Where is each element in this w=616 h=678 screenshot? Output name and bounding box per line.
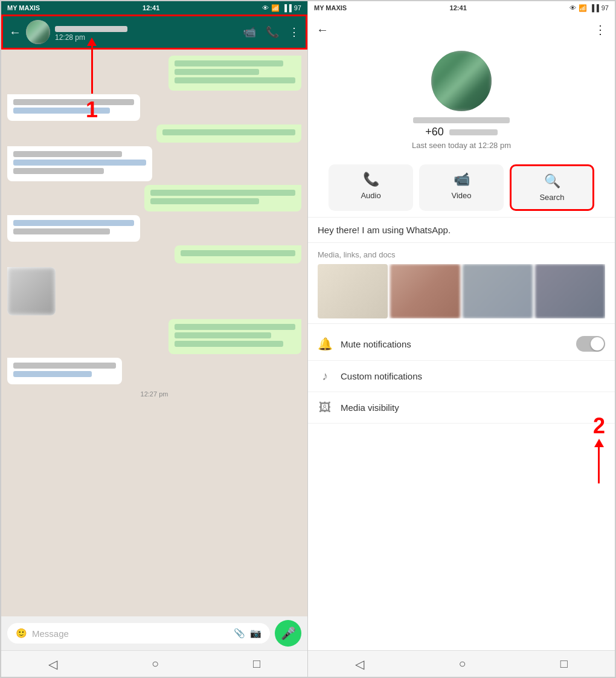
right-signal-icon: ▐▐ <box>589 4 599 11</box>
audio-call-button[interactable]: 📞 Audio <box>329 164 413 211</box>
media-thumbnails <box>318 264 605 318</box>
profile-nav-header: ← ⋮ <box>308 15 615 45</box>
message-input-field[interactable]: 🙂 Message 📎 📷 <box>7 623 270 644</box>
right-carrier: MY MAXIS <box>314 4 347 11</box>
voice-call-icon[interactable]: 📞 <box>266 25 279 39</box>
left-phone: MY MAXIS 12:41 👁 📶 ▐▐ 97 ← 12:28 pm <box>1 1 308 677</box>
left-status-bar: MY MAXIS 12:41 👁 📶 ▐▐ 97 <box>1 1 307 15</box>
message-bubble <box>168 56 301 91</box>
media-visibility-label: Media visibility <box>341 402 605 413</box>
profile-back-button[interactable]: ← <box>316 23 329 37</box>
left-status-icons: 👁 📶 ▐▐ 97 <box>262 4 301 12</box>
last-seen-status: Last seen today at 12:28 pm <box>412 141 511 150</box>
search-button[interactable]: 🔍 Search <box>510 164 594 211</box>
back-nav-icon[interactable]: ◁ <box>48 657 57 671</box>
back-nav-icon-right[interactable]: ◁ <box>355 657 364 671</box>
profile-name <box>413 117 510 123</box>
contact-avatar <box>26 20 50 44</box>
bell-icon: 🔔 <box>318 337 332 351</box>
message-bubble <box>7 215 140 242</box>
action-buttons-row: 📞 Audio 📹 Video 🔍 Search <box>308 158 615 217</box>
right-wifi-icon: 📶 <box>579 4 587 12</box>
message-bubble <box>168 319 301 354</box>
right-time: 12:41 <box>450 4 467 11</box>
profile-status-section: Hey there! I am using WhatsApp. <box>308 217 615 243</box>
home-nav-icon-right[interactable]: ○ <box>458 657 466 671</box>
media-thumbnail[interactable] <box>535 264 605 318</box>
message-bubble <box>7 267 56 315</box>
contact-info: 12:28 pm <box>55 23 238 42</box>
search-icon: 🔍 <box>544 173 560 189</box>
right-phone: MY MAXIS 12:41 👁 📶 ▐▐ 97 ← ⋮ +60 <box>308 1 615 677</box>
profile-info-section: +60 Last seen today at 12:28 pm <box>308 45 615 158</box>
message-bubble <box>7 146 152 181</box>
attachment-icon[interactable]: 📎 <box>234 628 245 639</box>
phone-number-blurred <box>449 129 498 135</box>
music-note-icon: ♪ <box>318 369 332 383</box>
profile-avatar[interactable] <box>431 51 492 111</box>
media-thumbnail[interactable] <box>463 264 533 318</box>
right-eye-icon: 👁 <box>569 4 576 11</box>
input-placeholder: Message <box>32 628 69 639</box>
video-icon: 📹 <box>454 172 470 187</box>
chat-action-icons: 📹 📞 ⋮ <box>243 25 300 39</box>
video-call-label: Video <box>451 191 471 200</box>
contact-status: 12:28 pm <box>55 33 238 42</box>
chat-header: ← 12:28 pm 📹 📞 ⋮ <box>1 15 307 50</box>
contact-name <box>55 23 238 33</box>
search-label: Search <box>539 193 564 202</box>
video-call-icon[interactable]: 📹 <box>243 25 256 39</box>
right-battery-icon: 97 <box>602 4 609 11</box>
left-time: 12:41 <box>143 4 159 11</box>
custom-notifications-label: Custom notifications <box>341 371 605 381</box>
media-thumbnail[interactable] <box>318 264 388 318</box>
timestamp: 12:27 pm <box>7 390 301 398</box>
message-bubble <box>156 124 301 143</box>
back-button[interactable]: ← <box>9 25 21 39</box>
message-bubble <box>7 94 140 121</box>
annotation-2: 2 <box>593 410 605 483</box>
image-icon: 🖼 <box>318 401 332 415</box>
media-visibility-row[interactable]: 🖼 Media visibility <box>308 392 615 424</box>
audio-call-label: Audio <box>361 191 380 200</box>
camera-icon[interactable]: 📷 <box>250 628 261 639</box>
mute-label: Mute notifications <box>341 339 568 349</box>
mute-toggle[interactable] <box>576 336 605 352</box>
mic-button[interactable]: 🎤 <box>275 620 301 647</box>
left-carrier: MY MAXIS <box>7 4 40 11</box>
bottom-nav-right: ◁ ○ □ <box>308 650 615 677</box>
profile-phone: +60 <box>425 126 498 138</box>
recents-nav-icon[interactable]: □ <box>253 657 260 671</box>
right-status-bar: MY MAXIS 12:41 👁 📶 ▐▐ 97 <box>308 1 615 15</box>
recents-nav-icon-right[interactable]: □ <box>560 657 568 671</box>
mute-notifications-row[interactable]: 🔔 Mute notifications <box>308 328 615 361</box>
annotation-1: 1 <box>86 37 98 123</box>
right-status-icons: 👁 📶 ▐▐ 97 <box>569 4 609 12</box>
message-bubble <box>175 245 301 263</box>
message-bubble <box>7 358 122 384</box>
toggle-knob <box>591 337 604 350</box>
message-bubble <box>144 185 301 211</box>
media-thumbnail[interactable] <box>390 264 460 318</box>
media-section-title: Media, links, and docs <box>318 250 605 259</box>
media-section: Media, links, and docs <box>308 243 615 323</box>
bottom-nav-left: ◁ ○ □ <box>1 650 307 677</box>
phone-icon: 📞 <box>363 172 379 187</box>
battery-icon: 97 <box>294 4 301 11</box>
message-input-bar: 🙂 Message 📎 📷 🎤 <box>1 616 307 650</box>
profile-status-text: Hey there! I am using WhatsApp. <box>318 225 605 235</box>
profile-more-options-icon[interactable]: ⋮ <box>594 22 606 37</box>
signal-icon: ▐▐ <box>282 4 292 11</box>
emoji-icon[interactable]: 🙂 <box>16 628 27 639</box>
settings-section: 🔔 Mute notifications ♪ Custom notificati… <box>308 323 615 427</box>
contact-name-blurred-right <box>413 117 510 123</box>
custom-notifications-row[interactable]: ♪ Custom notifications <box>308 361 615 392</box>
more-options-icon[interactable]: ⋮ <box>289 25 300 39</box>
video-call-button[interactable]: 📹 Video <box>419 164 504 211</box>
chat-messages: 12:27 pm <box>1 50 307 616</box>
eye-icon: 👁 <box>262 4 269 11</box>
wifi-icon: 📶 <box>271 4 280 12</box>
home-nav-icon[interactable]: ○ <box>152 657 159 671</box>
contact-name-blurred <box>55 26 127 32</box>
